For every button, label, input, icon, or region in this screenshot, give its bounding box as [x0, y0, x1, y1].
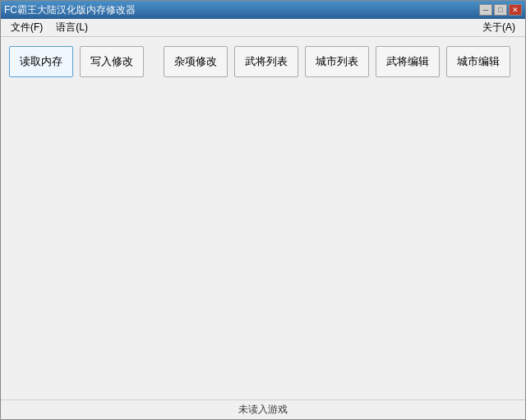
menu-left: 文件(F) 语言(L): [4, 19, 95, 36]
menu-about[interactable]: 关于(A): [476, 19, 522, 36]
menu-bar: 文件(F) 语言(L) 关于(A): [1, 19, 525, 37]
window-title: FC霸王大陆汉化版内存修改器: [4, 3, 136, 17]
status-text: 未读入游戏: [238, 403, 288, 417]
restore-button[interactable]: □: [494, 4, 507, 16]
read-memory-button[interactable]: 读取内存: [9, 46, 73, 77]
status-bar: 未读入游戏: [1, 399, 525, 419]
general-edit-button[interactable]: 武将编辑: [376, 46, 440, 77]
main-window: FC霸王大陆汉化版内存修改器 ─ □ ✕ 文件(F) 语言(L) 关于(A) 读…: [0, 0, 526, 420]
close-button[interactable]: ✕: [509, 4, 522, 16]
minimize-button[interactable]: ─: [479, 4, 492, 16]
title-bar: FC霸王大陆汉化版内存修改器 ─ □ ✕: [1, 1, 525, 19]
city-edit-button[interactable]: 城市编辑: [446, 46, 510, 77]
menu-language[interactable]: 语言(L): [49, 19, 95, 36]
write-modify-button[interactable]: 写入修改: [80, 46, 144, 77]
main-content: [1, 86, 525, 399]
city-list-button[interactable]: 城市列表: [305, 46, 369, 77]
menu-file[interactable]: 文件(F): [4, 19, 49, 36]
misc-modify-button[interactable]: 杂项修改: [164, 46, 228, 77]
window-controls: ─ □ ✕: [479, 4, 522, 16]
general-list-button[interactable]: 武将列表: [234, 46, 298, 77]
toolbar: 读取内存 写入修改 杂项修改 武将列表 城市列表 武将编辑 城市编辑: [1, 37, 525, 86]
